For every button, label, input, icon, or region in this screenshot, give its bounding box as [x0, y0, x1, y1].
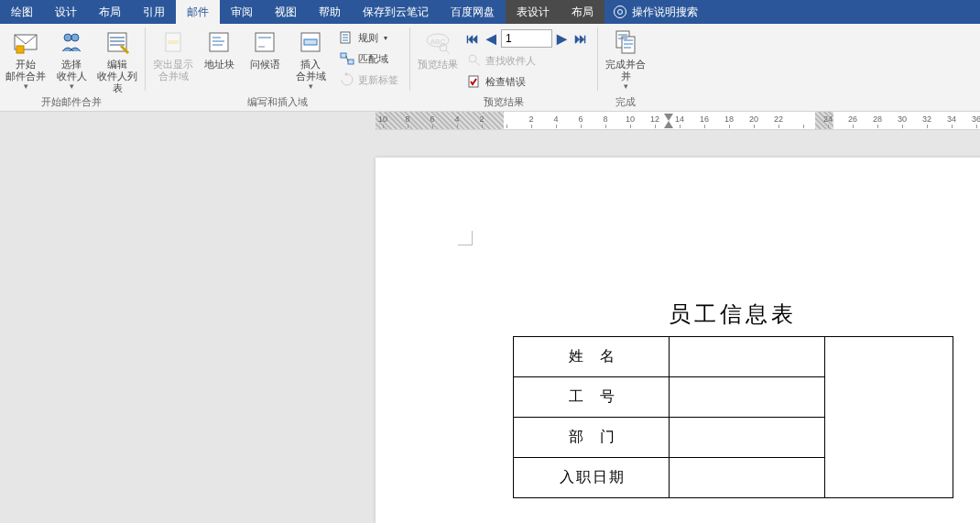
table-row: 姓名	[514, 337, 953, 377]
record-number-input[interactable]	[501, 29, 552, 48]
svg-point-2	[64, 34, 71, 41]
document-workspace[interactable]: 员工信息表 姓名 工号 部门 入职日期	[0, 130, 980, 523]
finish-merge-button[interactable]: 完成并合并 ▾	[604, 26, 648, 94]
tab-baidu[interactable]: 百度网盘	[440, 0, 506, 24]
cell-photo[interactable]	[825, 337, 953, 498]
svg-text:ABC: ABC	[430, 38, 446, 46]
greeting-icon	[250, 27, 279, 57]
check-errors-button[interactable]: 检查错误	[462, 71, 592, 92]
svg-rect-21	[348, 60, 354, 64]
match-icon	[340, 51, 354, 66]
people-icon	[57, 27, 86, 57]
indent-marker-up-icon[interactable]	[664, 121, 673, 128]
group-separator	[597, 27, 598, 91]
greeting-label: 问候语	[250, 59, 280, 71]
cell-id-value[interactable]	[670, 377, 825, 418]
tab-table-layout[interactable]: 布局	[561, 0, 604, 24]
horizontal-ruler[interactable]: 10864224681012141618202224262830323436	[376, 112, 980, 130]
record-nav: ⏮ ◀ ▶ ⏭	[462, 27, 592, 49]
tab-view[interactable]: 视图	[264, 0, 308, 24]
insert-merge-field-button[interactable]: 插入合并域 ▾	[289, 26, 332, 94]
group-label-start: 开始邮件合并	[4, 94, 139, 111]
document-page[interactable]: 员工信息表 姓名 工号 部门 入职日期	[376, 158, 980, 523]
group-write-insert: 突出显示合并域 地址块 问候语 插入合并域 ▾ 规则▾	[147, 24, 408, 111]
address-icon	[204, 27, 234, 57]
svg-rect-9	[168, 40, 179, 44]
group-separator	[145, 27, 146, 91]
document-title[interactable]: 员工信息表	[513, 300, 953, 329]
tab-table-design[interactable]: 表设计	[506, 0, 561, 24]
prev-record-button[interactable]: ◀	[484, 31, 499, 46]
cell-hire-value[interactable]	[670, 458, 825, 498]
start-mail-merge-button[interactable]: 开始邮件合并 ▾	[4, 26, 48, 94]
match-fields-button[interactable]: 匹配域	[334, 49, 404, 69]
cell-name-label[interactable]: 姓名	[514, 337, 670, 377]
edit-recipient-list-button[interactable]: 编辑收件人列表	[95, 26, 139, 94]
edit-list-label: 编辑收件人列表	[95, 59, 139, 94]
group-label-finish: 完成	[604, 94, 648, 111]
tab-design[interactable]: 设计	[44, 0, 88, 24]
find-recipient-button: 查找收件人	[462, 50, 592, 71]
group-separator	[409, 27, 410, 91]
bulb-icon	[614, 5, 626, 18]
search-icon	[467, 53, 482, 68]
tab-mailings[interactable]: 邮件	[176, 0, 220, 24]
svg-rect-30	[622, 37, 635, 53]
dropdown-arrow-icon: ▾	[624, 82, 628, 91]
tell-me-label: 操作说明搜索	[632, 5, 698, 20]
rules-button[interactable]: 规则▾	[334, 27, 404, 48]
group-preview: ABC 预览结果 ⏮ ◀ ▶ ⏭ 查找收件人 检查错误	[412, 24, 595, 111]
tab-save-cloud[interactable]: 保存到云笔记	[352, 0, 440, 24]
check-label: 检查错误	[485, 75, 526, 89]
address-block-button[interactable]: 地址块	[197, 26, 241, 94]
group-start-merge: 开始邮件合并 ▾ 选择收件人 ▾ 编辑收件人列表 开始邮件合并	[0, 24, 143, 111]
insert-field-label: 插入合并域	[296, 59, 326, 82]
margin-corner-icon	[458, 231, 473, 245]
tab-references[interactable]: 引用	[132, 0, 176, 24]
tab-review[interactable]: 审阅	[220, 0, 264, 24]
svg-point-26	[469, 55, 476, 62]
finish-label: 完成并合并	[604, 59, 648, 82]
first-record-button[interactable]: ⏮	[463, 31, 482, 46]
address-label: 地址块	[204, 59, 234, 71]
match-label: 匹配域	[358, 52, 388, 66]
select-recipients-label: 选择收件人	[57, 59, 87, 82]
group-label-preview: 预览结果	[416, 94, 592, 111]
tab-draw[interactable]: 绘图	[0, 0, 44, 24]
cell-hire-label[interactable]: 入职日期	[514, 458, 670, 498]
dropdown-arrow-icon: ▾	[70, 82, 74, 91]
tab-layout[interactable]: 布局	[88, 0, 132, 24]
greeting-line-button[interactable]: 问候语	[243, 26, 287, 94]
svg-rect-14	[256, 33, 274, 51]
ribbon: 开始邮件合并 ▾ 选择收件人 ▾ 编辑收件人列表 开始邮件合并 突出显示合并域	[0, 24, 980, 112]
svg-rect-1	[16, 46, 24, 53]
update-labels-label: 更新标签	[358, 73, 398, 87]
preview-label: 预览结果	[418, 59, 458, 71]
find-label: 查找收件人	[485, 54, 536, 68]
next-record-button[interactable]: ▶	[554, 31, 570, 46]
last-record-button[interactable]: ⏭	[572, 31, 590, 46]
cell-dept-value[interactable]	[670, 418, 825, 458]
employee-table[interactable]: 姓名 工号 部门 入职日期	[513, 336, 953, 498]
svg-point-3	[71, 34, 79, 41]
group-finish: 完成并合并 ▾ 完成	[600, 24, 651, 111]
tab-help[interactable]: 帮助	[308, 0, 352, 24]
cell-id-label[interactable]: 工号	[514, 377, 670, 418]
update-labels-button: 更新标签	[334, 70, 404, 90]
update-icon	[340, 72, 354, 87]
ruler-margin-left	[376, 112, 504, 130]
highlight-merge-field-button: 突出显示合并域	[151, 26, 195, 94]
cell-dept-label[interactable]: 部门	[514, 418, 670, 458]
tell-me-search[interactable]: 操作说明搜索	[604, 5, 698, 20]
cell-name-value[interactable]	[670, 337, 825, 377]
select-recipients-button[interactable]: 选择收件人 ▾	[49, 26, 93, 94]
svg-rect-20	[341, 53, 346, 58]
rules-label: 规则	[358, 31, 378, 45]
svg-line-27	[475, 61, 480, 66]
group-label-write: 编写和插入域	[151, 94, 404, 111]
preview-results-button: ABC 预览结果	[416, 26, 460, 94]
indent-marker-down-icon[interactable]	[664, 114, 673, 121]
svg-line-25	[446, 50, 450, 54]
start-merge-label: 开始邮件合并	[5, 59, 46, 82]
highlight-icon	[158, 27, 188, 57]
